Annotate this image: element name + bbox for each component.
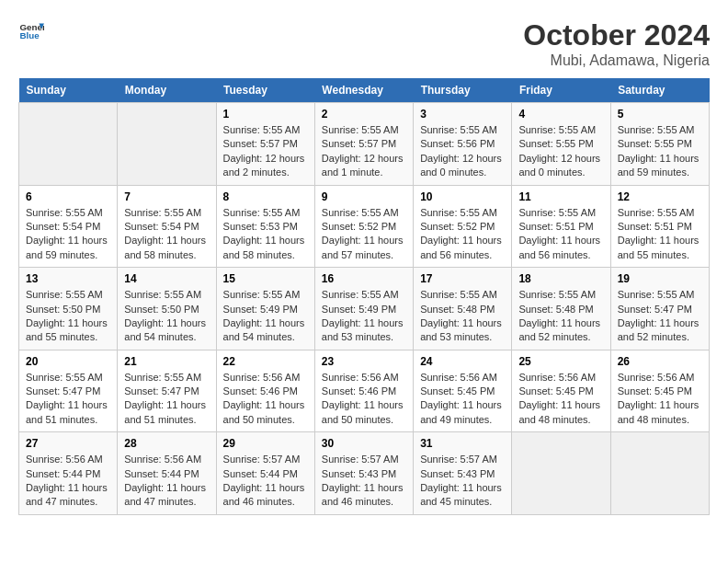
day-info: Sunrise: 5:56 AM Sunset: 5:44 PM Dayligh…	[26, 453, 110, 510]
day-info: Sunrise: 5:55 AM Sunset: 5:50 PM Dayligh…	[26, 288, 110, 345]
day-info: Sunrise: 5:55 AM Sunset: 5:49 PM Dayligh…	[322, 288, 406, 345]
day-number: 26	[618, 355, 702, 368]
calendar-cell: 8Sunrise: 5:55 AM Sunset: 5:53 PM Daylig…	[216, 185, 314, 268]
calendar-cell	[19, 103, 118, 186]
day-number: 14	[124, 272, 209, 285]
day-number: 18	[518, 272, 603, 285]
day-info: Sunrise: 5:55 AM Sunset: 5:51 PM Dayligh…	[518, 206, 603, 263]
calendar-cell: 6Sunrise: 5:55 AM Sunset: 5:54 PM Daylig…	[19, 185, 118, 268]
calendar-cell: 19Sunrise: 5:55 AM Sunset: 5:47 PM Dayli…	[610, 268, 709, 350]
day-info: Sunrise: 5:55 AM Sunset: 5:48 PM Dayligh…	[420, 288, 505, 345]
day-info: Sunrise: 5:55 AM Sunset: 5:47 PM Dayligh…	[26, 371, 110, 428]
day-number: 2	[322, 108, 406, 121]
calendar-cell: 20Sunrise: 5:55 AM Sunset: 5:47 PM Dayli…	[19, 350, 118, 432]
day-number: 27	[26, 437, 110, 450]
day-info: Sunrise: 5:55 AM Sunset: 5:53 PM Dayligh…	[223, 206, 308, 263]
calendar-cell: 10Sunrise: 5:55 AM Sunset: 5:52 PM Dayli…	[414, 185, 512, 268]
calendar-cell: 24Sunrise: 5:56 AM Sunset: 5:45 PM Dayli…	[414, 350, 512, 432]
calendar-cell: 29Sunrise: 5:57 AM Sunset: 5:44 PM Dayli…	[216, 432, 314, 515]
calendar-cell: 15Sunrise: 5:55 AM Sunset: 5:49 PM Dayli…	[216, 268, 314, 350]
day-number: 29	[223, 437, 308, 450]
day-info: Sunrise: 5:56 AM Sunset: 5:46 PM Dayligh…	[322, 371, 406, 428]
day-info: Sunrise: 5:55 AM Sunset: 5:51 PM Dayligh…	[618, 206, 702, 263]
calendar-cell: 7Sunrise: 5:55 AM Sunset: 5:54 PM Daylig…	[118, 185, 216, 268]
calendar-cell: 26Sunrise: 5:56 AM Sunset: 5:45 PM Dayli…	[610, 350, 709, 432]
day-info: Sunrise: 5:55 AM Sunset: 5:52 PM Dayligh…	[322, 206, 406, 263]
calendar-cell: 23Sunrise: 5:56 AM Sunset: 5:46 PM Dayli…	[314, 350, 413, 432]
calendar-cell: 18Sunrise: 5:55 AM Sunset: 5:48 PM Dayli…	[512, 268, 610, 350]
calendar-cell: 28Sunrise: 5:56 AM Sunset: 5:44 PM Dayli…	[118, 432, 216, 515]
column-header-thursday: Thursday	[414, 78, 512, 103]
calendar-cell: 22Sunrise: 5:56 AM Sunset: 5:46 PM Dayli…	[216, 350, 314, 432]
calendar-cell	[610, 432, 709, 515]
day-info: Sunrise: 5:56 AM Sunset: 5:45 PM Dayligh…	[518, 371, 603, 428]
day-info: Sunrise: 5:55 AM Sunset: 5:49 PM Dayligh…	[223, 288, 308, 345]
calendar-cell: 9Sunrise: 5:55 AM Sunset: 5:52 PM Daylig…	[314, 185, 413, 268]
day-number: 11	[518, 190, 603, 203]
day-info: Sunrise: 5:55 AM Sunset: 5:48 PM Dayligh…	[518, 288, 603, 345]
calendar-cell: 3Sunrise: 5:55 AM Sunset: 5:56 PM Daylig…	[414, 103, 512, 186]
day-info: Sunrise: 5:56 AM Sunset: 5:44 PM Dayligh…	[124, 453, 209, 510]
day-number: 21	[124, 355, 209, 368]
calendar-week-row: 1Sunrise: 5:55 AM Sunset: 5:57 PM Daylig…	[19, 103, 710, 186]
day-info: Sunrise: 5:55 AM Sunset: 5:50 PM Dayligh…	[124, 288, 209, 345]
day-info: Sunrise: 5:55 AM Sunset: 5:52 PM Dayligh…	[420, 206, 505, 263]
day-number: 4	[518, 108, 603, 121]
column-header-wednesday: Wednesday	[314, 78, 413, 103]
day-number: 5	[618, 108, 702, 121]
svg-text:Blue: Blue	[19, 30, 40, 40]
column-header-saturday: Saturday	[610, 78, 709, 103]
logo: General Blue	[18, 18, 44, 44]
day-number: 13	[26, 272, 110, 285]
calendar-cell: 12Sunrise: 5:55 AM Sunset: 5:51 PM Dayli…	[610, 185, 709, 268]
calendar-cell: 1Sunrise: 5:55 AM Sunset: 5:57 PM Daylig…	[216, 103, 314, 186]
logo-icon: General Blue	[18, 18, 44, 44]
day-info: Sunrise: 5:55 AM Sunset: 5:57 PM Dayligh…	[322, 123, 406, 180]
calendar-cell: 31Sunrise: 5:57 AM Sunset: 5:43 PM Dayli…	[414, 432, 512, 515]
calendar-cell: 11Sunrise: 5:55 AM Sunset: 5:51 PM Dayli…	[512, 185, 610, 268]
day-number: 12	[618, 190, 702, 203]
calendar-cell: 16Sunrise: 5:55 AM Sunset: 5:49 PM Dayli…	[314, 268, 413, 350]
page-subtitle: Mubi, Adamawa, Nigeria	[523, 52, 710, 69]
day-info: Sunrise: 5:56 AM Sunset: 5:46 PM Dayligh…	[223, 371, 308, 428]
day-info: Sunrise: 5:55 AM Sunset: 5:56 PM Dayligh…	[420, 123, 505, 180]
calendar-cell: 21Sunrise: 5:55 AM Sunset: 5:47 PM Dayli…	[118, 350, 216, 432]
day-number: 9	[322, 190, 406, 203]
day-number: 7	[124, 190, 209, 203]
day-number: 22	[223, 355, 308, 368]
day-number: 23	[322, 355, 406, 368]
calendar-cell	[118, 103, 216, 186]
column-header-monday: Monday	[118, 78, 216, 103]
calendar-cell: 4Sunrise: 5:55 AM Sunset: 5:55 PM Daylig…	[512, 103, 610, 186]
calendar-cell	[512, 432, 610, 515]
title-block: October 2024 Mubi, Adamawa, Nigeria	[523, 18, 710, 69]
day-number: 10	[420, 190, 505, 203]
day-number: 25	[518, 355, 603, 368]
day-number: 30	[322, 437, 406, 450]
day-number: 8	[223, 190, 308, 203]
calendar-cell: 14Sunrise: 5:55 AM Sunset: 5:50 PM Dayli…	[118, 268, 216, 350]
day-info: Sunrise: 5:57 AM Sunset: 5:44 PM Dayligh…	[223, 453, 308, 510]
day-number: 24	[420, 355, 505, 368]
day-number: 3	[420, 108, 505, 121]
page-header: General Blue October 2024 Mubi, Adamawa,…	[18, 18, 710, 69]
day-number: 17	[420, 272, 505, 285]
calendar-cell: 25Sunrise: 5:56 AM Sunset: 5:45 PM Dayli…	[512, 350, 610, 432]
calendar-cell: 5Sunrise: 5:55 AM Sunset: 5:55 PM Daylig…	[610, 103, 709, 186]
day-info: Sunrise: 5:55 AM Sunset: 5:55 PM Dayligh…	[518, 123, 603, 180]
day-number: 31	[420, 437, 505, 450]
day-number: 28	[124, 437, 209, 450]
calendar-week-row: 6Sunrise: 5:55 AM Sunset: 5:54 PM Daylig…	[19, 185, 710, 268]
column-header-sunday: Sunday	[19, 78, 118, 103]
calendar-cell: 13Sunrise: 5:55 AM Sunset: 5:50 PM Dayli…	[19, 268, 118, 350]
column-header-friday: Friday	[512, 78, 610, 103]
day-info: Sunrise: 5:55 AM Sunset: 5:55 PM Dayligh…	[618, 123, 702, 180]
column-header-tuesday: Tuesday	[216, 78, 314, 103]
calendar-cell: 30Sunrise: 5:57 AM Sunset: 5:43 PM Dayli…	[314, 432, 413, 515]
day-info: Sunrise: 5:55 AM Sunset: 5:54 PM Dayligh…	[124, 206, 209, 263]
day-info: Sunrise: 5:55 AM Sunset: 5:54 PM Dayligh…	[26, 206, 110, 263]
day-info: Sunrise: 5:55 AM Sunset: 5:47 PM Dayligh…	[618, 288, 702, 345]
day-info: Sunrise: 5:55 AM Sunset: 5:47 PM Dayligh…	[124, 371, 209, 428]
day-number: 1	[223, 108, 308, 121]
day-number: 19	[618, 272, 702, 285]
